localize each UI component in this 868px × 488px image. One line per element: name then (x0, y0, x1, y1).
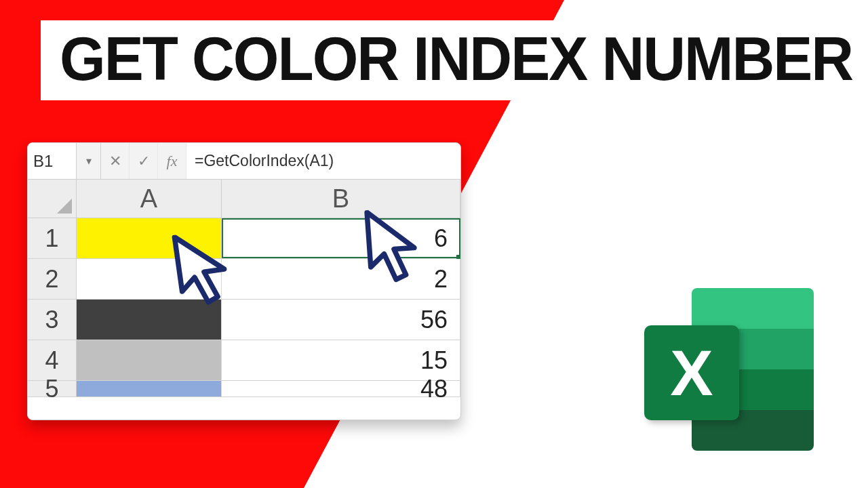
cell-a[interactable] (77, 300, 222, 340)
select-all-corner[interactable] (28, 180, 77, 218)
fx-button[interactable]: fx (158, 143, 186, 179)
excel-logo-x: X (644, 325, 739, 420)
cell-b[interactable]: 2 (222, 259, 460, 299)
cell-a[interactable] (77, 259, 222, 299)
headline-text: GET COLOR INDEX NUMBER (60, 23, 822, 94)
cell-b[interactable]: 56 (222, 300, 460, 340)
name-box[interactable]: B1 (28, 143, 77, 179)
formula-input[interactable]: =GetColorIndex(A1) (186, 143, 460, 179)
row-header[interactable]: 2 (28, 259, 77, 299)
excel-logo: X (644, 288, 814, 451)
row-header[interactable]: 1 (28, 218, 77, 258)
table-row: 16 (28, 218, 460, 259)
name-box-dropdown[interactable]: ▾ (77, 143, 101, 179)
cell-b[interactable]: 6 (222, 218, 460, 258)
row-header[interactable]: 5 (28, 381, 77, 396)
grid-body: 1622356415548 (28, 218, 460, 397)
cancel-button[interactable]: ✕ (101, 143, 130, 179)
formula-bar: B1 ▾ ✕ ✓ fx =GetColorIndex(A1) (28, 143, 460, 180)
cell-a[interactable] (77, 381, 222, 396)
column-headers-row: A B (28, 180, 460, 218)
table-row: 22 (28, 259, 460, 300)
enter-button[interactable]: ✓ (130, 143, 158, 179)
column-header-a[interactable]: A (77, 180, 222, 218)
excel-screenshot: B1 ▾ ✕ ✓ fx =GetColorIndex(A1) A B 16223… (27, 142, 461, 420)
table-row: 415 (28, 340, 460, 381)
table-row: 356 (28, 300, 460, 340)
row-header[interactable]: 3 (28, 300, 77, 340)
column-header-b[interactable]: B (222, 180, 460, 218)
cell-b[interactable]: 48 (222, 381, 460, 396)
table-row: 548 (28, 381, 460, 397)
cell-a[interactable] (77, 218, 222, 258)
headline-bar: GET COLOR INDEX NUMBER (41, 20, 841, 100)
cell-a[interactable] (77, 340, 222, 380)
